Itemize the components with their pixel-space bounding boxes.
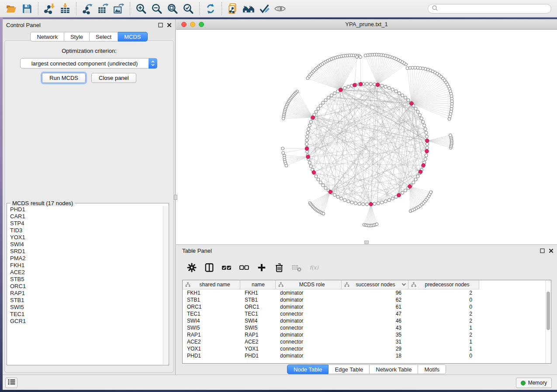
list-item[interactable]: TID3 [10,227,163,234]
zoom-selected-icon[interactable] [180,1,196,16]
zoom-out-icon[interactable] [149,1,165,16]
list-item[interactable]: FKH1 [10,262,163,269]
float-icon[interactable] [540,247,545,255]
node-table-scrollbar[interactable] [545,280,551,363]
ring-node [369,83,372,86]
export-network-icon[interactable] [80,1,95,16]
show-columns-icon[interactable] [204,262,214,273]
ring-node [401,94,404,97]
deselect-all-rows-icon[interactable] [239,262,249,273]
tab-motifs[interactable]: Motifs [418,364,446,374]
ring-node [381,84,384,87]
mcds-result-title: MCDS result (17 nodes) [10,200,75,206]
cell-shared_name: ACE2 [183,339,240,345]
sort-desc-icon[interactable] [401,283,406,286]
network-document-icon[interactable] [225,1,241,16]
column-header-name[interactable]: name [240,280,276,289]
table-row[interactable]: STB1STB1dominator620 [183,296,545,303]
column-header-successor_nodes[interactable]: successor nodes [342,280,408,289]
column-header-mcds_role[interactable]: MCDS role [276,280,342,289]
list-item[interactable]: PMA2 [10,255,163,262]
tab-edge-table[interactable]: Edge Table [329,364,370,374]
table-row[interactable]: ORC1ORC1dominator610 [183,303,545,310]
table-row[interactable]: SWI4SWI4dominator462 [183,317,545,324]
ring-node [416,110,419,113]
list-item[interactable]: STP4 [10,220,163,227]
table-row[interactable]: TEC1TEC1connector472 [183,310,545,317]
float-icon[interactable] [158,21,163,29]
tab-select[interactable]: Select [90,32,118,41]
ring-node [394,90,398,93]
search-input[interactable] [438,5,547,12]
cell-mcds_role: dominator [276,290,342,296]
ring-node [309,165,312,168]
table-row[interactable]: PHD1PHD1dominator180 [183,352,545,359]
column-header-predecessor_nodes[interactable]: predecessor nodes [408,280,479,289]
save-session-icon[interactable] [19,1,35,16]
mcds-tab-pane: Optimization criterion: largest connecte… [4,40,174,373]
search-box[interactable] [428,4,551,14]
tab-network-table[interactable]: Network Table [370,364,418,374]
list-item[interactable]: SWI5 [10,304,163,311]
annotation-pen-icon[interactable] [256,1,272,16]
list-item[interactable]: PHD1 [10,206,163,213]
leaf-node [375,223,378,226]
close-icon[interactable] [549,247,554,255]
export-image-icon[interactable] [111,1,127,16]
scrollbar-thumb[interactable] [547,292,550,330]
ring-node [309,120,312,124]
list-item[interactable]: STB1 [10,297,163,304]
status-menu-button[interactable] [5,378,17,388]
table-row[interactable]: YOX1YOX1connector291 [183,345,545,352]
table-row[interactable]: FKH1FKH1dominator962 [183,289,545,296]
list-item[interactable]: SWI4 [10,241,163,248]
mcds-result-scrollbar[interactable] [163,206,168,364]
open-file-icon[interactable] [3,1,19,16]
select-all-rows-icon[interactable] [221,262,232,273]
mcds-hub-node [397,193,401,197]
add-column-icon[interactable] [256,262,267,273]
list-item[interactable]: ACE2 [10,269,163,276]
run-mcds-button[interactable]: Run MCDS [42,73,86,83]
tab-mcds[interactable]: MCDS [118,32,147,41]
horizontal-splitter-handle[interactable] [364,241,369,244]
ring-node [333,193,336,196]
export-table-icon[interactable] [95,1,111,16]
list-item[interactable]: STB5 [10,276,163,283]
zoom-in-icon[interactable] [133,1,149,16]
cell-predecessor_nodes: 1 [408,325,479,331]
graphics-details-eye-icon[interactable] [272,1,288,16]
network-canvas[interactable] [176,30,557,244]
import-table-icon[interactable] [57,1,73,16]
list-item[interactable]: RAP1 [10,290,163,297]
table-row[interactable]: SWI5SWI5connector431 [183,324,545,331]
list-item[interactable]: GCR1 [10,318,163,325]
close-panel-button[interactable]: Close panel [91,73,136,83]
list-item[interactable]: ORC1 [10,283,163,290]
close-icon[interactable] [167,21,172,29]
tab-node-table[interactable]: Node Table [287,364,329,374]
vertical-splitter-handle[interactable] [174,195,177,200]
apply-layout-icon[interactable] [203,1,218,16]
import-network-icon[interactable] [42,1,57,16]
table-row[interactable]: ACE2ACE2connector311 [183,338,545,345]
table-row[interactable]: RAP1RAP1dominator352 [183,331,545,338]
criterion-select[interactable]: largest connected component (undirected) [20,58,157,69]
zoom-fit-icon[interactable] [165,1,180,16]
table-settings-gear-icon[interactable] [187,262,197,273]
delete-columns-icon[interactable] [274,262,284,273]
memory-button[interactable]: Memory [516,378,552,388]
clear-table-icon [291,262,302,273]
houses-icon[interactable] [241,1,256,16]
tab-network[interactable]: Network [30,32,64,41]
cell-successor_nodes: 46 [342,318,408,324]
list-item[interactable]: TEC1 [10,311,163,318]
column-header-shared_name[interactable]: shared name [183,280,240,289]
list-item[interactable]: YOX1 [10,234,163,241]
cell-mcds_role: connector [276,346,342,352]
toolbar-separator [38,2,38,15]
list-item[interactable]: SRD1 [10,248,163,255]
list-item[interactable]: CAR1 [10,213,163,220]
tab-style[interactable]: Style [64,32,90,41]
ring-node [330,94,333,97]
